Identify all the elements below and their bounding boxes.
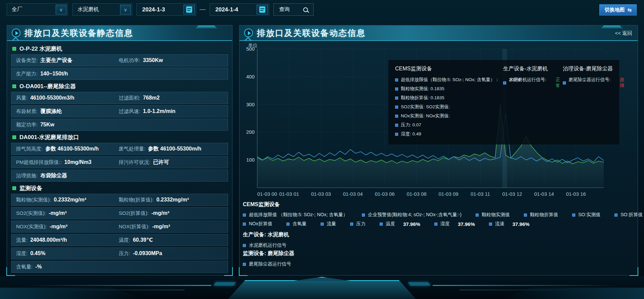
legend-item[interactable]: 温度37.96% — [380, 221, 420, 227]
legend-item-label: 超低排放限值 （颗拉物:5: SOz-; NOx; 含氧量） — [249, 212, 348, 218]
field-value: -mg/m³ — [152, 224, 170, 230]
legend-item-label: NOx折算值 — [249, 221, 272, 227]
field-label: 颗粒物(折算值): — [119, 197, 154, 203]
section-row: DA001-水泥磨尾排放口 — [11, 132, 228, 142]
static-info-panel-header: 排放口及关联设备静态信息 — [7, 25, 232, 41]
x-tick-label: 01-03 01 — [279, 191, 299, 197]
section-title: DA001-水泥磨尾排放口 — [19, 133, 79, 141]
search-icon — [303, 7, 308, 12]
static-info-panel-title: 排放口及关联设备静态信息 — [24, 27, 133, 39]
field-value: 0.2332mg/m³ — [156, 197, 189, 203]
field-value: 768m2 — [143, 95, 160, 101]
field-row: 流量:24048.000m³/h温度:60.39℃ — [11, 234, 228, 246]
y-tick-label: 100 — [246, 157, 255, 163]
switch-map-button[interactable]: 切换地图 ⇆ — [599, 4, 637, 15]
end-date-input[interactable]: 2024-1-4 — [210, 3, 269, 16]
field: 治理措施:布袋除尘器 — [16, 172, 67, 179]
y-tick-label: 300 — [246, 102, 255, 107]
device-select[interactable]: 水泥磨机 ∨ — [72, 3, 132, 16]
legend-item[interactable]: 磨尾除尘器运行信号 — [243, 261, 291, 267]
field-value: -% — [35, 264, 42, 270]
field-label: 压力: — [119, 250, 130, 257]
legend-item[interactable]: 流速37.96% — [489, 221, 530, 227]
legend-item[interactable]: 含氧量 — [286, 221, 307, 227]
x-tick-label: 01-03 11 — [471, 191, 490, 197]
green-square-icon — [12, 84, 16, 88]
field-value: 3350Kw — [143, 57, 163, 63]
field-value: 1.0-1.2m/min — [143, 108, 175, 114]
calendar-icon[interactable] — [257, 5, 268, 14]
tooltip-item: 颗粒物实测值: 0.1835 — [395, 86, 503, 92]
field-value: 布袋除尘器 — [40, 172, 67, 179]
tooltip-item-label: 颗粒物实测值: 0.1835 — [401, 86, 444, 92]
date-range-separator: — — [200, 6, 206, 13]
field-label: 治理措施: — [16, 173, 38, 179]
legend-marker-icon — [286, 223, 289, 226]
section-row: O-P-22 水泥磨机 — [11, 44, 228, 54]
legend-item[interactable]: 压力 — [350, 221, 366, 227]
tooltip-item-value: 正常 — [556, 77, 563, 89]
field-label: 生产能力: — [16, 71, 38, 77]
legend-marker-icon — [395, 97, 398, 100]
legend-item[interactable]: 企业预警值(颗粒物:4; sOz-; NOx-;含氧气量:-) — [362, 212, 462, 218]
query-button[interactable]: 查询 — [273, 3, 314, 16]
field-label: 温度: — [119, 237, 130, 243]
legend-item-label: 磨尾除尘器运行信号 — [249, 261, 291, 267]
calendar-icon-glyph — [186, 6, 192, 13]
legend-marker-icon — [395, 115, 398, 118]
legend-item-label: 温度 — [386, 221, 395, 227]
legend-item[interactable]: SO:实测值 — [572, 212, 600, 218]
cems-legend-title: CEMS监测设备 — [243, 201, 635, 208]
legend-item-value: 37.96% — [513, 221, 530, 227]
tooltip-column-title: 治理设备-磨尾除尘器 — [563, 65, 625, 72]
field-value: -mg/m³ — [50, 224, 67, 230]
field: 额定功率:75Kw — [16, 122, 54, 128]
field-row: PM超低排排放限值::10mg/Nm3排污许可状况:已许可 — [11, 156, 228, 168]
legend-item-label: SO:实测值 — [578, 212, 600, 218]
field-label: SO2(折算值): — [119, 210, 149, 217]
field: 排气筒高度:参数 46100-55300m/h — [16, 145, 99, 153]
legend-item[interactable]: 颗粒物折算值 — [524, 212, 558, 218]
field: 设备类型:主要生产设备 — [16, 57, 72, 64]
calendar-icon[interactable] — [183, 5, 195, 14]
legend-item[interactable]: 颗粒物实测值 — [476, 212, 510, 218]
start-date-input[interactable]: 2024-1-3 — [137, 3, 196, 16]
legend-item[interactable]: 超低排放限值 （颗拉物:5: SOz-; NOx; 含氧量） — [243, 212, 348, 218]
field-row: NOX(实测值):-mg/m³NOX(折算值):-mg/m³ — [11, 221, 228, 233]
y-tick-label: 400 — [246, 74, 255, 79]
field-row: 颗粒物(实测值):0.2332mg/m³颗粒物(折算值):0.2332mg/m³ — [11, 194, 228, 206]
legend-item[interactable]: 水泥磨机运行信号 — [243, 242, 286, 248]
field: 排污许可状况:已许可 — [119, 159, 169, 166]
monitor_block-title: 监测设备: 磨尾除尘器 — [243, 250, 294, 257]
tooltip-item-value: 故障 — [620, 77, 625, 89]
tooltip-item: 磨尾除尘器运行信号:故障 — [563, 77, 625, 89]
legend-item[interactable]: SO:折算值 — [614, 212, 643, 218]
legend-item[interactable]: 湿度37.96% — [434, 221, 475, 227]
field-label: NOX(折算值): — [119, 224, 150, 230]
x-tick-label: 01-03 12 — [502, 191, 522, 197]
field: PM超低排排放限值::10mg/Nm3 — [16, 159, 92, 166]
legend-item[interactable]: NOx折算值 — [243, 221, 272, 227]
chevron-down-icon[interactable]: ∨ — [56, 5, 66, 14]
field-value: 参数 46100-55300m/h — [148, 145, 201, 153]
legend-item[interactable]: 流量 — [321, 221, 336, 227]
legend-marker-icon — [243, 214, 246, 217]
switch-map-label: 切换地图 — [604, 7, 625, 13]
static-info-rows: O-P-22 水泥磨机设备类型:主要生产设备电机功率:3350Kw生产能力:14… — [11, 44, 228, 274]
dynamic-info-panel-title: 排放口及关联设备动态信息 — [257, 27, 366, 39]
top-toolbar: 全厂 ∨ 水泥磨机 ∨ 2024-1-3 — 2024-1-4 查询 切换地图 … — [0, 0, 644, 19]
back-link[interactable]: << 返回 — [615, 30, 632, 37]
legend-marker-icon — [434, 223, 437, 226]
field-label: SO2(实测值): — [16, 210, 46, 217]
field: 废气处理量:参数 46100-55300m/h — [119, 145, 201, 153]
legend-marker-icon — [563, 81, 566, 84]
plant-select[interactable]: 全厂 ∨ — [7, 3, 68, 16]
query-button-label: 查询 — [279, 6, 290, 13]
x-tick-label: 01-03 04 — [343, 191, 363, 197]
x-tick-label: 01-03 00 — [257, 191, 277, 197]
tooltip-item-label: 磨尾除尘器运行信号: — [569, 77, 610, 83]
legend-item-label: 流量 — [327, 221, 336, 227]
static-info-panel: 排放口及关联设备静态信息 O-P-22 水泥磨机设备类型:主要生产设备电机功率:… — [7, 25, 232, 276]
chevron-down-icon[interactable]: ∨ — [120, 5, 131, 14]
field-value: 覆膜涤纶 — [40, 108, 62, 115]
